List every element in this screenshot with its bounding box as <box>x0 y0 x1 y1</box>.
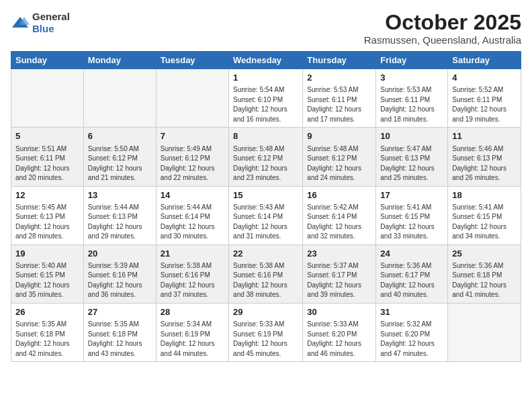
day-info: Sunrise: 5:37 AM Sunset: 6:17 PM Dayligh… <box>307 261 371 300</box>
logo-text-general: General <box>32 11 70 22</box>
day-info: Sunrise: 5:41 AM Sunset: 6:15 PM Dayligh… <box>452 203 517 242</box>
day-number: 20 <box>88 248 152 260</box>
calendar-cell: 23Sunrise: 5:37 AM Sunset: 6:17 PM Dayli… <box>303 244 376 303</box>
day-info: Sunrise: 5:51 AM Sunset: 6:11 PM Dayligh… <box>15 144 79 183</box>
calendar-cell: 5Sunrise: 5:51 AM Sunset: 6:11 PM Daylig… <box>11 128 84 186</box>
day-info: Sunrise: 5:54 AM Sunset: 6:10 PM Dayligh… <box>233 85 298 124</box>
calendar-cell: 31Sunrise: 5:32 AM Sunset: 6:20 PM Dayli… <box>376 303 448 361</box>
day-number: 11 <box>452 130 517 142</box>
calendar-cell: 21Sunrise: 5:38 AM Sunset: 6:16 PM Dayli… <box>156 244 228 303</box>
logo: General Blue <box>11 11 70 35</box>
calendar-cell: 22Sunrise: 5:38 AM Sunset: 6:16 PM Dayli… <box>229 244 303 303</box>
calendar-week-row: 19Sunrise: 5:40 AM Sunset: 6:15 PM Dayli… <box>11 244 521 303</box>
title-section: October 2025 Rasmussen, Queensland, Aust… <box>364 11 521 46</box>
calendar-cell: 4Sunrise: 5:52 AM Sunset: 6:11 PM Daylig… <box>448 69 521 128</box>
day-info: Sunrise: 5:42 AM Sunset: 6:14 PM Dayligh… <box>307 203 371 242</box>
day-info: Sunrise: 5:45 AM Sunset: 6:13 PM Dayligh… <box>15 203 79 242</box>
logo-text-blue: Blue <box>32 23 54 34</box>
day-number: 12 <box>15 189 79 201</box>
day-info: Sunrise: 5:33 AM Sunset: 6:19 PM Dayligh… <box>233 320 298 359</box>
calendar-table: SundayMondayTuesdayWednesdayThursdayFrid… <box>11 51 521 362</box>
day-info: Sunrise: 5:49 AM Sunset: 6:12 PM Dayligh… <box>161 144 224 183</box>
day-info: Sunrise: 5:33 AM Sunset: 6:20 PM Dayligh… <box>307 320 371 359</box>
day-number: 1 <box>233 72 298 84</box>
day-info: Sunrise: 5:43 AM Sunset: 6:14 PM Dayligh… <box>233 203 298 242</box>
calendar-cell <box>448 303 521 361</box>
day-info: Sunrise: 5:48 AM Sunset: 6:12 PM Dayligh… <box>233 144 298 183</box>
day-number: 21 <box>161 248 224 260</box>
calendar-cell <box>83 69 156 128</box>
calendar-cell: 17Sunrise: 5:41 AM Sunset: 6:15 PM Dayli… <box>376 186 448 244</box>
calendar-cell: 20Sunrise: 5:39 AM Sunset: 6:16 PM Dayli… <box>83 244 156 303</box>
calendar-week-row: 1Sunrise: 5:54 AM Sunset: 6:10 PM Daylig… <box>11 69 521 128</box>
day-number: 22 <box>233 248 298 260</box>
calendar-cell: 25Sunrise: 5:36 AM Sunset: 6:18 PM Dayli… <box>448 244 521 303</box>
calendar-cell: 29Sunrise: 5:33 AM Sunset: 6:19 PM Dayli… <box>229 303 303 361</box>
weekday-header-monday: Monday <box>83 52 156 69</box>
day-number: 31 <box>380 306 443 318</box>
day-info: Sunrise: 5:47 AM Sunset: 6:13 PM Dayligh… <box>380 144 443 183</box>
day-info: Sunrise: 5:41 AM Sunset: 6:15 PM Dayligh… <box>380 203 443 242</box>
day-info: Sunrise: 5:35 AM Sunset: 6:18 PM Dayligh… <box>88 320 152 359</box>
day-info: Sunrise: 5:52 AM Sunset: 6:11 PM Dayligh… <box>452 85 517 124</box>
day-number: 2 <box>307 72 371 84</box>
day-number: 6 <box>88 130 152 142</box>
weekday-header-row: SundayMondayTuesdayWednesdayThursdayFrid… <box>11 52 521 69</box>
day-number: 18 <box>452 189 517 201</box>
day-info: Sunrise: 5:35 AM Sunset: 6:18 PM Dayligh… <box>15 320 79 359</box>
day-number: 9 <box>307 130 371 142</box>
calendar-cell: 16Sunrise: 5:42 AM Sunset: 6:14 PM Dayli… <box>303 186 376 244</box>
calendar-week-row: 12Sunrise: 5:45 AM Sunset: 6:13 PM Dayli… <box>11 186 521 244</box>
day-info: Sunrise: 5:53 AM Sunset: 6:11 PM Dayligh… <box>380 85 443 124</box>
day-info: Sunrise: 5:36 AM Sunset: 6:18 PM Dayligh… <box>452 261 517 300</box>
day-info: Sunrise: 5:38 AM Sunset: 6:16 PM Dayligh… <box>233 261 298 300</box>
calendar-cell: 6Sunrise: 5:50 AM Sunset: 6:12 PM Daylig… <box>83 128 156 186</box>
day-number: 25 <box>452 248 517 260</box>
calendar-week-row: 5Sunrise: 5:51 AM Sunset: 6:11 PM Daylig… <box>11 128 521 186</box>
day-number: 4 <box>452 72 517 84</box>
calendar-cell: 3Sunrise: 5:53 AM Sunset: 6:11 PM Daylig… <box>376 69 448 128</box>
calendar-cell <box>11 69 84 128</box>
calendar-cell: 30Sunrise: 5:33 AM Sunset: 6:20 PM Dayli… <box>303 303 376 361</box>
header: General Blue October 2025 Rasmussen, Que… <box>11 11 521 46</box>
day-number: 14 <box>161 189 224 201</box>
day-info: Sunrise: 5:46 AM Sunset: 6:13 PM Dayligh… <box>452 144 517 183</box>
day-number: 24 <box>380 248 443 260</box>
day-number: 26 <box>15 306 79 318</box>
calendar-cell: 18Sunrise: 5:41 AM Sunset: 6:15 PM Dayli… <box>448 186 521 244</box>
calendar-cell: 28Sunrise: 5:34 AM Sunset: 6:19 PM Dayli… <box>156 303 228 361</box>
day-info: Sunrise: 5:53 AM Sunset: 6:11 PM Dayligh… <box>307 85 371 124</box>
weekday-header-friday: Friday <box>376 52 448 69</box>
day-number: 3 <box>380 72 443 84</box>
day-info: Sunrise: 5:50 AM Sunset: 6:12 PM Dayligh… <box>88 144 152 183</box>
logo-icon <box>11 15 30 30</box>
day-number: 10 <box>380 130 443 142</box>
page-container: General Blue October 2025 Rasmussen, Que… <box>0 0 532 367</box>
calendar-cell: 27Sunrise: 5:35 AM Sunset: 6:18 PM Dayli… <box>83 303 156 361</box>
day-info: Sunrise: 5:39 AM Sunset: 6:16 PM Dayligh… <box>88 261 152 300</box>
calendar-cell: 14Sunrise: 5:44 AM Sunset: 6:14 PM Dayli… <box>156 186 228 244</box>
day-info: Sunrise: 5:38 AM Sunset: 6:16 PM Dayligh… <box>161 261 224 300</box>
calendar-cell: 2Sunrise: 5:53 AM Sunset: 6:11 PM Daylig… <box>303 69 376 128</box>
calendar-cell: 8Sunrise: 5:48 AM Sunset: 6:12 PM Daylig… <box>229 128 303 186</box>
calendar-cell: 19Sunrise: 5:40 AM Sunset: 6:15 PM Dayli… <box>11 244 84 303</box>
calendar-cell: 1Sunrise: 5:54 AM Sunset: 6:10 PM Daylig… <box>229 69 303 128</box>
day-info: Sunrise: 5:40 AM Sunset: 6:15 PM Dayligh… <box>15 261 79 300</box>
calendar-cell <box>156 69 228 128</box>
day-info: Sunrise: 5:34 AM Sunset: 6:19 PM Dayligh… <box>161 320 224 359</box>
day-info: Sunrise: 5:36 AM Sunset: 6:17 PM Dayligh… <box>380 261 443 300</box>
weekday-header-thursday: Thursday <box>303 52 376 69</box>
calendar-cell: 15Sunrise: 5:43 AM Sunset: 6:14 PM Dayli… <box>229 186 303 244</box>
day-info: Sunrise: 5:48 AM Sunset: 6:12 PM Dayligh… <box>307 144 371 183</box>
day-number: 17 <box>380 189 443 201</box>
weekday-header-saturday: Saturday <box>448 52 521 69</box>
calendar-cell: 24Sunrise: 5:36 AM Sunset: 6:17 PM Dayli… <box>376 244 448 303</box>
weekday-header-wednesday: Wednesday <box>229 52 303 69</box>
calendar-cell: 11Sunrise: 5:46 AM Sunset: 6:13 PM Dayli… <box>448 128 521 186</box>
day-number: 15 <box>233 189 298 201</box>
day-number: 23 <box>307 248 371 260</box>
day-number: 16 <box>307 189 371 201</box>
calendar-cell: 7Sunrise: 5:49 AM Sunset: 6:12 PM Daylig… <box>156 128 228 186</box>
day-number: 30 <box>307 306 371 318</box>
day-number: 13 <box>88 189 152 201</box>
